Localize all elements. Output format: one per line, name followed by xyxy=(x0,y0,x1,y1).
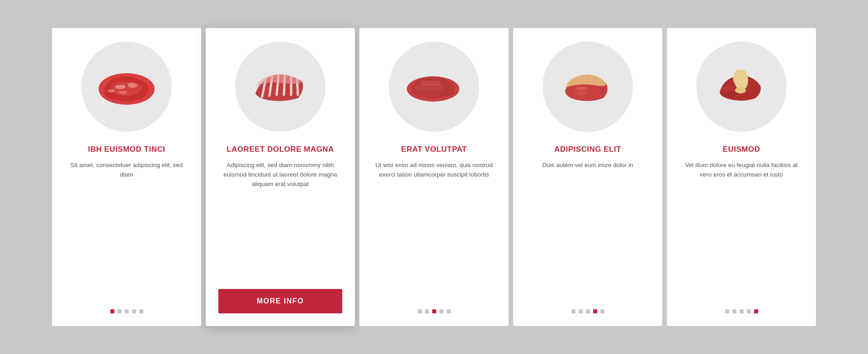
dot-3-1 xyxy=(418,309,422,313)
dot-4-5 xyxy=(600,309,604,313)
card-3-title: ERAT VOLUTPAT xyxy=(401,144,467,154)
dot-1-4 xyxy=(132,309,136,313)
cards-container: IBH EUISMOD TINCI Sit amet, consectetuer… xyxy=(34,10,834,344)
card-5-dots xyxy=(725,309,758,313)
card-4-title: ADIPISCING ELIT xyxy=(554,144,621,154)
dot-5-1 xyxy=(725,309,729,313)
dot-4-2 xyxy=(579,309,583,313)
more-info-button[interactable]: MORE INFO xyxy=(218,289,342,313)
meat-icon-5 xyxy=(710,64,773,109)
card-5-text: Vel illum dolore eu feugiat nulla facili… xyxy=(679,161,803,297)
meat-icon-1 xyxy=(95,64,158,109)
dot-4-3 xyxy=(586,309,590,313)
meat-icon-3 xyxy=(402,64,466,109)
card-1: IBH EUISMOD TINCI Sit amet, consectetuer… xyxy=(52,28,201,326)
meat-icon-circle-5 xyxy=(696,42,787,132)
dot-3-4 xyxy=(439,309,443,313)
card-3-dots xyxy=(418,309,451,313)
svg-point-8 xyxy=(734,70,747,77)
card-3: ERAT VOLUTPAT Ut wisi enim ad minim veni… xyxy=(359,28,509,326)
meat-icon-circle-4 xyxy=(542,42,633,132)
dot-5-3 xyxy=(740,309,744,313)
dot-5-5 xyxy=(754,309,758,313)
dot-4-1 xyxy=(571,309,576,313)
card-2: LAOREET DOLORE MAGNA Adipiscing elit, se… xyxy=(206,28,355,326)
card-4-dots xyxy=(571,309,604,313)
dot-1-5 xyxy=(139,309,143,313)
card-2-text: Adipiscing elit, sed diam nonummy nibh e… xyxy=(218,161,342,276)
dot-1-1 xyxy=(110,309,114,313)
card-4-text: Duis autem vel eum iriure dolor in xyxy=(542,161,633,297)
dot-3-3 xyxy=(432,309,436,313)
card-4: ADIPISCING ELIT Duis autem vel eum iriur… xyxy=(513,28,662,326)
card-3-text: Ut wisi enim ad minim veniam, quis nostr… xyxy=(372,161,496,297)
dot-1-3 xyxy=(125,309,129,313)
meat-icon-4 xyxy=(556,64,619,109)
card-1-title: IBH EUISMOD TINCI xyxy=(88,144,165,154)
dot-5-4 xyxy=(747,309,751,313)
dot-3-5 xyxy=(447,309,451,313)
dot-1-2 xyxy=(118,309,122,313)
dot-4-4 xyxy=(593,309,597,313)
card-2-title: LAOREET DOLORE MAGNA xyxy=(226,144,334,154)
card-1-dots xyxy=(110,309,143,313)
card-5: EUISMOD Vel illum dolore eu feugiat null… xyxy=(667,28,816,326)
meat-icon-circle-3 xyxy=(389,42,479,132)
meat-icon-circle-1 xyxy=(81,42,172,132)
meat-icon-circle-2 xyxy=(235,42,326,132)
card-5-title: EUISMOD xyxy=(723,144,760,154)
card-1-text: Sit amet, consectetuer adipiscing elit, … xyxy=(65,161,189,297)
dot-3-2 xyxy=(425,309,429,313)
meat-icon-2 xyxy=(249,64,312,109)
dot-5-2 xyxy=(732,309,736,313)
